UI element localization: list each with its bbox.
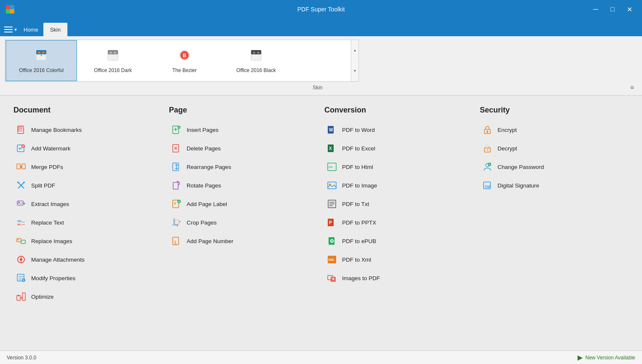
tool-digital-signature[interactable]: Digital Signature xyxy=(480,177,629,194)
ribbon-expand-button[interactable]: ⧉ xyxy=(629,84,635,91)
skin-item-bezier[interactable]: B The Bezier xyxy=(149,40,220,81)
modify-properties-label: Modify Properties xyxy=(31,275,75,281)
tool-add-page-number[interactable]: 1 Add Page Number xyxy=(169,233,318,249)
tool-optimize[interactable]: Optimize xyxy=(13,288,162,305)
manage-bookmarks-label: Manage Bookmarks xyxy=(31,127,82,133)
decrypt-icon xyxy=(481,142,493,154)
svg-rect-95 xyxy=(328,182,336,189)
rearrange-pages-icon xyxy=(171,161,182,173)
merge-pdfs-icon xyxy=(15,161,27,173)
svg-text:W: W xyxy=(19,147,22,150)
tool-change-password[interactable]: Change Password xyxy=(480,158,629,175)
svg-rect-5 xyxy=(4,29,13,30)
images-to-pdf-icon xyxy=(326,272,338,284)
add-watermark-icon: W xyxy=(15,142,27,154)
delete-pages-label: Delete Pages xyxy=(187,145,221,152)
svg-text:#: # xyxy=(174,201,176,206)
replace-text-label: Replace Text xyxy=(31,219,64,226)
pdf-to-html-icon: </> xyxy=(326,161,338,173)
tool-pdf-to-txt[interactable]: PDF to Txt xyxy=(324,195,473,212)
skin-black-label: Office 2016 Black xyxy=(236,67,276,73)
colorful-icon xyxy=(35,48,48,65)
tool-pdf-to-html[interactable]: </> PDF to Html xyxy=(324,158,473,175)
version-label: Version 3.0.0 xyxy=(7,355,36,361)
svg-rect-32 xyxy=(22,164,25,169)
tool-modify-properties[interactable]: Modify Properties xyxy=(13,270,162,286)
tool-rearrange-pages[interactable]: Rearrange Pages xyxy=(169,158,318,175)
file-menu-button[interactable]: ▼ xyxy=(3,23,19,36)
tool-pdf-to-word[interactable]: W PDF to Word xyxy=(324,121,473,138)
ribbon-group-label: Skin xyxy=(7,85,629,91)
skin-panel: Office 2016 Colorful Office 2016 Dark xyxy=(5,40,359,82)
extract-images-label: Extract Images xyxy=(31,201,69,207)
tool-add-watermark[interactable]: W Add Watermark xyxy=(13,140,162,157)
skin-item-black[interactable]: Office 2016 Black xyxy=(220,40,292,81)
insert-pages-label: Insert Pages xyxy=(187,127,219,133)
close-button[interactable]: ✕ xyxy=(622,2,637,17)
svg-text:ac: ac xyxy=(17,222,21,226)
pdf-to-word-label: PDF to Word xyxy=(342,127,375,133)
rotate-pages-icon xyxy=(171,179,182,191)
change-password-label: Change Password xyxy=(498,164,544,170)
rotate-pages-label: Rotate Pages xyxy=(187,182,221,189)
tool-add-page-label[interactable]: # Add Page Label xyxy=(169,195,318,212)
pdf-to-image-label: PDF to Image xyxy=(342,182,377,189)
tool-images-to-pdf[interactable]: Images to PDF xyxy=(324,270,473,286)
svg-rect-12 xyxy=(108,50,118,54)
tool-manage-attachments[interactable]: Manage Attachments xyxy=(13,251,162,268)
tool-pdf-to-pptx[interactable]: P PDF to PPTX xyxy=(324,214,473,231)
tool-split-pdf[interactable]: Split PDF xyxy=(13,177,162,194)
svg-point-105 xyxy=(331,240,333,242)
tool-rotate-pages[interactable]: Rotate Pages xyxy=(169,177,318,194)
document-section-title: Document xyxy=(13,106,162,115)
tool-pdf-to-excel[interactable]: X PDF to Excel xyxy=(324,140,473,157)
change-password-icon xyxy=(481,161,493,173)
tool-crop-pages[interactable]: Crop Pages xyxy=(169,214,318,231)
pdf-to-excel-label: PDF to Excel xyxy=(342,145,375,152)
tool-decrypt[interactable]: Decrypt xyxy=(480,140,629,157)
merge-pdfs-label: Merge PDFs xyxy=(31,164,63,170)
window-controls: ─ □ ✕ xyxy=(588,2,637,17)
tool-pdf-to-image[interactable]: PDF to Image xyxy=(324,177,473,194)
svg-rect-20 xyxy=(253,52,255,54)
skin-bezier-label: The Bezier xyxy=(172,67,197,73)
manage-bookmarks-icon xyxy=(15,124,27,136)
pdf-to-xml-icon: XML xyxy=(326,254,338,265)
tool-pdf-to-xml[interactable]: XML PDF to Xml xyxy=(324,251,473,268)
tool-replace-images[interactable]: Replace Images xyxy=(13,233,162,249)
dark-icon xyxy=(106,48,120,65)
pdf-to-pptx-label: PDF to PPTX xyxy=(342,219,376,226)
skin-item-dark[interactable]: Office 2016 Dark xyxy=(77,40,149,81)
svg-point-50 xyxy=(20,258,22,261)
svg-rect-8 xyxy=(36,50,46,54)
svg-rect-19 xyxy=(251,50,261,54)
svg-point-37 xyxy=(23,182,25,183)
digital-signature-label: Digital Signature xyxy=(498,182,539,189)
main-content: Document Manage Bookmarks W xyxy=(0,96,642,351)
tool-encrypt[interactable]: Encrypt xyxy=(480,121,629,138)
tool-merge-pdfs[interactable]: Merge PDFs xyxy=(13,158,162,175)
svg-rect-3 xyxy=(10,9,14,13)
tool-replace-text[interactable]: ab ac Replace Text xyxy=(13,214,162,231)
crop-pages-label: Crop Pages xyxy=(187,219,217,226)
scroll-down-button[interactable]: ▼ xyxy=(351,61,358,81)
tool-delete-pages[interactable]: Delete Pages xyxy=(169,140,318,157)
svg-rect-46 xyxy=(21,240,25,244)
svg-rect-13 xyxy=(110,52,112,54)
tool-extract-images[interactable]: Extract Images xyxy=(13,195,162,212)
split-pdf-icon xyxy=(15,179,27,191)
minimize-button[interactable]: ─ xyxy=(588,2,603,17)
svg-text:1: 1 xyxy=(174,240,176,244)
scroll-up-button[interactable]: ▲ xyxy=(351,40,358,61)
maximize-button[interactable]: □ xyxy=(605,2,620,17)
new-version-area[interactable]: ▶ New Version Available xyxy=(578,353,635,361)
tool-manage-bookmarks[interactable]: Manage Bookmarks xyxy=(13,121,162,138)
skin-item-colorful[interactable]: Office 2016 Colorful xyxy=(5,40,77,81)
status-bar: Version 3.0.0 ▶ New Version Available xyxy=(0,351,642,364)
pdf-to-epub-label: PDF to ePUB xyxy=(342,238,376,244)
tool-insert-pages[interactable]: Insert Pages xyxy=(169,121,318,138)
skin-tab[interactable]: Skin xyxy=(43,23,67,36)
home-tab[interactable]: Home xyxy=(19,23,43,36)
tool-pdf-to-epub[interactable]: PDF to ePUB xyxy=(324,233,473,249)
black-icon xyxy=(249,48,263,65)
